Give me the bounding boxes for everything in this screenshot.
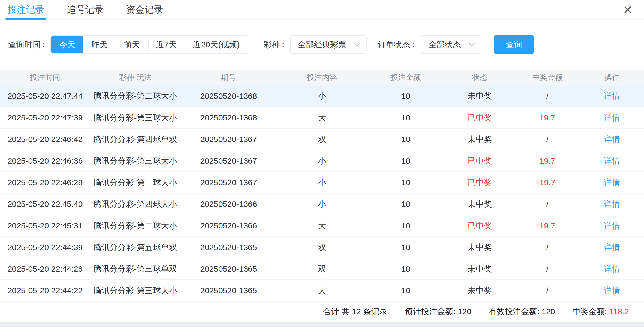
cell-status: 已中奖: [444, 107, 515, 129]
cell-status: 未中奖: [444, 280, 515, 301]
cell-bet-amount: 10: [367, 193, 444, 215]
prize-amount-total: 中奖金额: 118.2: [572, 306, 629, 317]
cell-bet-content: 双: [277, 258, 367, 280]
close-icon[interactable]: ✕: [623, 1, 633, 19]
cell-issue: 20250520-1367: [180, 150, 277, 172]
cell-action: 详情: [580, 215, 644, 237]
cell-status: 未中奖: [444, 129, 515, 150]
cell-status: 已中奖: [444, 150, 515, 172]
col-issue: 期号: [180, 70, 277, 85]
table-header-row: 投注时间 彩种-玩法 期号 投注内容 投注金额 状态 中奖金额 操作: [0, 70, 644, 85]
cell-bet-content: 小: [277, 193, 367, 215]
detail-link[interactable]: 详情: [604, 135, 620, 144]
cell-issue: 20250520-1367: [180, 172, 277, 193]
cell-game-play: 腾讯分分彩-第二球大小: [90, 85, 180, 107]
table-row: 2025-05-20 22:44:22腾讯分分彩-第三球大小20250520-1…: [0, 280, 644, 301]
cell-bet-content: 双: [277, 237, 367, 258]
time-option-today[interactable]: 今天: [51, 36, 83, 53]
cell-bet-amount: 10: [367, 85, 444, 107]
table-row: 2025-05-20 22:47:44腾讯分分彩-第二球大小20250520-1…: [0, 85, 644, 107]
cell-prize: /: [515, 85, 580, 107]
cell-action: 详情: [580, 85, 644, 107]
detail-link[interactable]: 详情: [604, 113, 620, 122]
chevron-down-icon: [354, 41, 360, 47]
cell-action: 详情: [580, 193, 644, 215]
cell-status: 已中奖: [444, 172, 515, 193]
time-option-day-before[interactable]: 前天: [116, 36, 148, 53]
cell-prize: /: [515, 258, 580, 280]
chevron-down-icon: [469, 41, 475, 47]
table-row: 2025-05-20 22:44:39腾讯分分彩-第五球单双20250520-1…: [0, 237, 644, 258]
detail-link[interactable]: 详情: [604, 221, 620, 230]
cell-prize: /: [515, 193, 580, 215]
cell-issue: 20250520-1367: [180, 129, 277, 150]
cell-status: 未中奖: [444, 193, 515, 215]
time-option-yesterday[interactable]: 昨天: [83, 36, 116, 53]
filter-bar: 查询时间 : 今天 昨天 前天 近7天 近20天(低频) 彩种 : 全部经典彩票…: [8, 35, 644, 54]
cell-bet-amount: 10: [367, 150, 444, 172]
cell-status: 未中奖: [444, 237, 515, 258]
cell-bet-time: 2025-05-20 22:44:39: [0, 237, 90, 258]
cell-bet-content: 小: [277, 172, 367, 193]
detail-link[interactable]: 详情: [604, 264, 620, 273]
time-option-last7days[interactable]: 近7天: [148, 36, 185, 53]
cell-action: 详情: [580, 129, 644, 150]
cell-prize: 19.7: [515, 215, 580, 237]
cell-issue: 20250520-1366: [180, 193, 277, 215]
expected-bet-amount: 预计投注金额: 120: [405, 306, 471, 317]
lottery-type-value: 全部经典彩票: [298, 39, 346, 50]
cell-issue: 20250520-1368: [180, 107, 277, 129]
order-status-select[interactable]: 全部状态: [421, 35, 481, 54]
table-row: 2025-05-20 22:46:42腾讯分分彩-第四球单双20250520-1…: [0, 129, 644, 150]
cell-prize: /: [515, 237, 580, 258]
lottery-type-select[interactable]: 全部经典彩票: [290, 35, 367, 54]
prize-amount-value: 118.2: [609, 307, 629, 316]
cell-issue: 20250520-1368: [180, 85, 277, 107]
cell-bet-content: 大: [277, 107, 367, 129]
cell-bet-time: 2025-05-20 22:45:40: [0, 193, 90, 215]
table-row: 2025-05-20 22:45:40腾讯分分彩-第四球大小20250520-1…: [0, 193, 644, 215]
time-range-group: 今天 昨天 前天 近7天 近20天(低频): [50, 35, 248, 54]
cell-game-play: 腾讯分分彩-第二球大小: [90, 215, 180, 237]
cell-bet-amount: 10: [367, 237, 444, 258]
detail-link[interactable]: 详情: [604, 156, 620, 165]
tab-bet-records[interactable]: 投注记录: [8, 0, 44, 19]
tab-chase-records[interactable]: 追号记录: [67, 0, 104, 19]
cell-bet-time: 2025-05-20 22:47:39: [0, 107, 90, 129]
cell-bet-amount: 10: [367, 258, 444, 280]
cell-status: 未中奖: [444, 258, 515, 280]
cell-issue: 20250520-1365: [180, 280, 277, 301]
cell-prize: /: [515, 280, 580, 301]
cell-action: 详情: [580, 150, 644, 172]
detail-link[interactable]: 详情: [604, 91, 620, 100]
col-bet-content: 投注内容: [277, 70, 367, 85]
cell-bet-amount: 10: [367, 215, 444, 237]
cell-bet-amount: 10: [367, 172, 444, 193]
col-status: 状态: [444, 70, 515, 85]
total-records-text: 合计 共 12 条记录: [323, 306, 387, 317]
cell-bet-amount: 10: [367, 280, 444, 301]
table-row: 2025-05-20 22:47:39腾讯分分彩-第三球大小20250520-1…: [0, 107, 644, 129]
cell-bet-time: 2025-05-20 22:45:31: [0, 215, 90, 237]
cell-bet-content: 小: [277, 150, 367, 172]
cell-bet-time: 2025-05-20 22:46:42: [0, 129, 90, 150]
order-status-label: 订单状态 :: [377, 39, 414, 50]
cell-bet-content: 大: [277, 215, 367, 237]
cell-bet-time: 2025-05-20 22:46:29: [0, 172, 90, 193]
tab-fund-records[interactable]: 资金记录: [126, 0, 163, 19]
col-action: 操作: [580, 70, 644, 85]
cell-prize: /: [515, 129, 580, 150]
col-prize-amount: 中奖金额: [515, 70, 580, 85]
time-option-last20days[interactable]: 近20天(低频): [185, 36, 248, 53]
summary-bar: 合计 共 12 条记录 预计投注金额: 120 有效投注金额: 120 中奖金额…: [0, 302, 644, 322]
query-button[interactable]: 查询: [494, 35, 534, 54]
detail-link[interactable]: 详情: [604, 243, 620, 252]
query-time-label: 查询时间 :: [8, 39, 45, 50]
detail-link[interactable]: 详情: [604, 178, 620, 187]
detail-link[interactable]: 详情: [604, 200, 620, 208]
cell-prize: 19.7: [515, 172, 580, 193]
cell-game-play: 腾讯分分彩-第三球大小: [90, 107, 180, 129]
table-row: 2025-05-20 22:45:31腾讯分分彩-第二球大小20250520-1…: [0, 215, 644, 237]
detail-link[interactable]: 详情: [604, 286, 620, 295]
cell-status: 已中奖: [444, 215, 515, 237]
